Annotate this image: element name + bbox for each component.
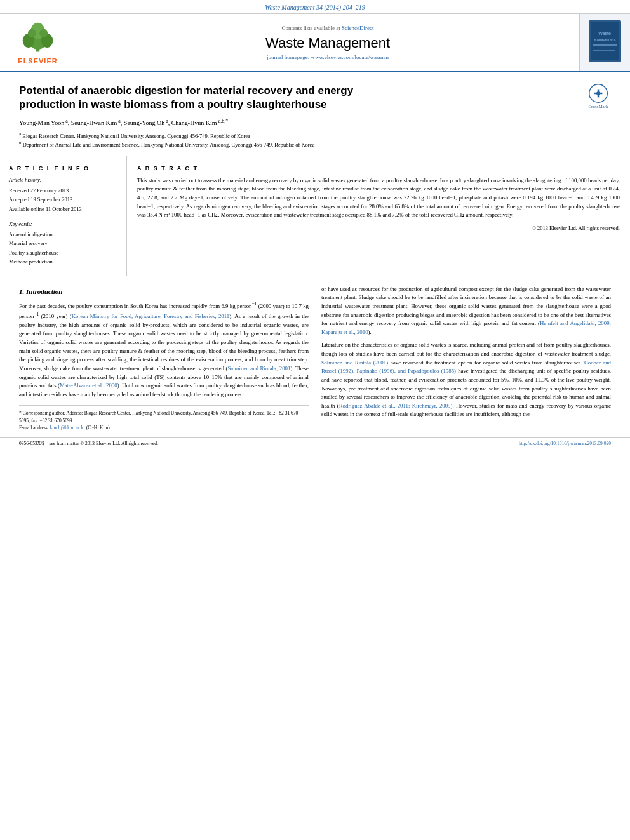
elsevier-logo: ELSEVIER xyxy=(18,20,57,65)
svg-text:Waste: Waste xyxy=(598,31,611,36)
svg-rect-13 xyxy=(593,50,615,51)
ref-rodriguez[interactable]: Rodríguez-Abalde et al., 2011; Kirchmayr… xyxy=(339,403,451,409)
abstract-text: This study was carried out to assess the… xyxy=(137,177,620,220)
author-2: Seung-Hwan Kim xyxy=(71,120,117,127)
svg-point-6 xyxy=(39,29,48,37)
journal-right-area: Waste Management xyxy=(579,14,630,71)
journal-homepage-line: journal homepage: www.elsevier.com/locat… xyxy=(267,54,389,60)
svg-rect-14 xyxy=(593,53,608,53)
received-date: Received 27 February 2013 xyxy=(9,186,117,195)
keywords-section: Keywords: Anaerobic digestion Material r… xyxy=(9,221,117,267)
journal-header-center: Contents lists available at ScienceDirec… xyxy=(76,14,579,71)
article-title-section: Potential of anaerobic digestion for mat… xyxy=(0,72,630,156)
body-left-col: 1. Introduction For the past decades, th… xyxy=(19,285,309,431)
journal-homepage-link[interactable]: journal homepage: www.elsevier.com/locat… xyxy=(267,54,389,60)
bottom-bar: 0956-053X/$ – see front matter © 2013 El… xyxy=(0,437,630,449)
intro-paragraph-2: or have used as resources for the produc… xyxy=(321,285,611,337)
footnote-corresponding: * Corresponding author. Address: Biogas … xyxy=(19,410,309,424)
accepted-date: Accepted 19 September 2013 xyxy=(9,195,117,204)
elsevier-logo-area: ELSEVIER xyxy=(0,14,76,71)
email-link[interactable]: kinch@hknu.ac.kr xyxy=(50,425,85,430)
ref-mata-alvarez[interactable]: Mata-Alvarez et al., 2000 xyxy=(60,382,117,389)
page: Waste Management 34 (2014) 204–219 ELSEV… xyxy=(0,0,630,840)
journal-top-bar: Waste Management 34 (2014) 204–219 xyxy=(0,0,630,14)
intro-paragraph-1: For the past decades, the poultry consum… xyxy=(19,300,309,399)
intro-paragraph-3: Literature on the characteristics of org… xyxy=(321,341,611,419)
author-4: Chang-Hyun Kim xyxy=(171,120,217,127)
authors-line: Young-Man Yoon a, Seung-Hwan Kim a, Seun… xyxy=(19,118,576,126)
ref-hejnfelt[interactable]: Hejnfelt and Angelidaki, 2009; Kaparaju … xyxy=(321,320,611,335)
elsevier-brand-text: ELSEVIER xyxy=(18,57,57,65)
affiliation-block: a Biogas Research Center, Hankyong Natio… xyxy=(19,131,576,149)
abstract-col: A B S T R A C T This study was carried o… xyxy=(127,156,630,276)
svg-rect-11 xyxy=(593,44,617,46)
article-title-text-area: Potential of anaerobic digestion for mat… xyxy=(19,84,576,149)
journal-header: ELSEVIER Contents lists available at Sci… xyxy=(0,14,630,72)
body-content: 1. Introduction For the past decades, th… xyxy=(0,276,630,437)
crossmark-icon xyxy=(585,84,612,103)
abstract-header: A B S T R A C T xyxy=(137,165,620,171)
article-info-header: A R T I C L E I N F O xyxy=(9,165,117,171)
svg-rect-8 xyxy=(591,22,619,60)
right-info-box: Waste Management xyxy=(584,16,626,69)
two-col-section: A R T I C L E I N F O Article history: R… xyxy=(0,156,630,276)
crossmark-area: CrossMark xyxy=(586,84,611,109)
journal-cover-icon: Waste Management xyxy=(587,19,622,63)
author-1: Young-Man Yoon xyxy=(19,120,64,127)
svg-text:Management: Management xyxy=(593,37,615,41)
footnote-email: E-mail address: kinch@hknu.ac.kr (C.-H. … xyxy=(19,424,309,431)
contents-list-text: Contents lists available at xyxy=(282,25,340,31)
crossmark-badge: CrossMark xyxy=(586,84,611,109)
email-label: E-mail address: xyxy=(19,425,50,430)
science-direct-link[interactable]: ScienceDirect xyxy=(342,25,373,31)
keywords-label: Keywords: xyxy=(9,221,117,227)
elsevier-tree-icon xyxy=(20,20,55,55)
journal-main-title: Waste Management xyxy=(265,35,390,51)
journal-volume-info: Waste Management 34 (2014) 204–219 xyxy=(265,4,365,11)
ref-salminen-rintala[interactable]: Salminen and Rintala (2001) xyxy=(321,359,388,366)
ref-korean-ministry[interactable]: Korean Ministry for Food, Agriculture, F… xyxy=(72,313,230,319)
available-date: Available online 11 October 2013 xyxy=(9,204,117,213)
doi-link[interactable]: http://dx.doi.org/10.1016/j.wasman.2013.… xyxy=(519,441,611,446)
keyword-1: Anaerobic digestion xyxy=(9,230,117,239)
keyword-4: Methane production xyxy=(9,257,117,266)
svg-point-5 xyxy=(28,29,36,37)
article-title: Potential of anaerobic digestion for mat… xyxy=(19,84,576,112)
article-info-col: A R T I C L E I N F O Article history: R… xyxy=(0,156,127,276)
footnote-section: * Corresponding author. Address: Biogas … xyxy=(19,405,309,431)
affiliation-b: b Department of Animal Life and Environm… xyxy=(19,140,576,149)
ref-salminen-2001[interactable]: Salminen and Rintala, 2001 xyxy=(227,365,290,371)
science-direct-line: Contents lists available at ScienceDirec… xyxy=(282,25,374,31)
article-history-label: Article history: xyxy=(9,177,117,183)
svg-point-18 xyxy=(596,91,600,95)
svg-rect-12 xyxy=(593,48,612,48)
copyright-line: © 2013 Elsevier Ltd. All rights reserved… xyxy=(137,225,620,231)
intro-section-title: 1. Introduction xyxy=(19,288,309,295)
affiliation-a: a Biogas Research Center, Hankyong Natio… xyxy=(19,131,576,140)
keyword-2: Material recovery xyxy=(9,239,117,248)
issn-text: 0956-053X/$ – see front matter © 2013 El… xyxy=(19,441,158,446)
author-3: Seung-Yong Oh xyxy=(124,120,164,127)
keyword-3: Poultry slaughterhouse xyxy=(9,248,117,257)
crossmark-label: CrossMark xyxy=(588,104,608,109)
body-right-col: or have used as resources for the produc… xyxy=(321,285,611,431)
